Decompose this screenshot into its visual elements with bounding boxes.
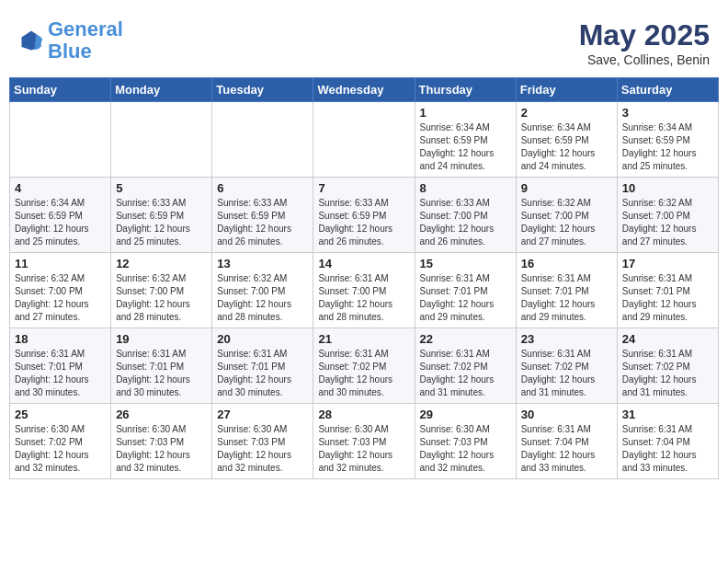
- day-number: 9: [521, 181, 612, 195]
- day-number: 18: [15, 332, 106, 346]
- day-number: 24: [622, 332, 713, 346]
- calendar-cell: 5Sunrise: 6:33 AM Sunset: 6:59 PM Daylig…: [111, 178, 212, 253]
- day-number: 26: [116, 408, 207, 421]
- logo: General Blue: [18, 18, 123, 63]
- calendar-cell: 14Sunrise: 6:31 AM Sunset: 7:00 PM Dayli…: [313, 253, 415, 328]
- location: Save, Collines, Benin: [579, 52, 710, 67]
- weekday-header-sunday: Sunday: [10, 78, 111, 102]
- day-info: Sunrise: 6:30 AM Sunset: 7:02 PM Dayligh…: [15, 423, 106, 475]
- calendar-cell: 4Sunrise: 6:34 AM Sunset: 6:59 PM Daylig…: [10, 178, 111, 253]
- day-number: 6: [217, 181, 308, 195]
- calendar-cell: 11Sunrise: 6:32 AM Sunset: 7:00 PM Dayli…: [10, 253, 111, 328]
- calendar-cell: [111, 102, 212, 178]
- calendar-cell: 15Sunrise: 6:31 AM Sunset: 7:01 PM Dayli…: [415, 253, 516, 328]
- day-number: 20: [217, 332, 308, 346]
- day-info: Sunrise: 6:33 AM Sunset: 6:59 PM Dayligh…: [318, 197, 409, 248]
- calendar-cell: 27Sunrise: 6:30 AM Sunset: 7:03 PM Dayli…: [212, 404, 313, 479]
- day-number: 29: [420, 408, 511, 421]
- day-info: Sunrise: 6:31 AM Sunset: 7:04 PM Dayligh…: [521, 423, 612, 475]
- day-number: 23: [521, 332, 612, 346]
- day-number: 7: [318, 181, 409, 195]
- calendar-cell: 23Sunrise: 6:31 AM Sunset: 7:02 PM Dayli…: [516, 328, 617, 404]
- calendar-week-row: 1Sunrise: 6:34 AM Sunset: 6:59 PM Daylig…: [10, 102, 719, 178]
- page-header: General Blue May 2025 Save, Collines, Be…: [9, 9, 719, 72]
- calendar-cell: 18Sunrise: 6:31 AM Sunset: 7:01 PM Dayli…: [10, 328, 111, 404]
- calendar-cell: 10Sunrise: 6:32 AM Sunset: 7:00 PM Dayli…: [617, 178, 718, 253]
- weekday-header-tuesday: Tuesday: [212, 78, 313, 102]
- day-number: 22: [420, 332, 511, 346]
- day-info: Sunrise: 6:31 AM Sunset: 7:02 PM Dayligh…: [420, 348, 511, 399]
- calendar-cell: 12Sunrise: 6:32 AM Sunset: 7:00 PM Dayli…: [111, 253, 212, 328]
- calendar-cell: 6Sunrise: 6:33 AM Sunset: 6:59 PM Daylig…: [212, 178, 313, 253]
- day-info: Sunrise: 6:31 AM Sunset: 7:01 PM Dayligh…: [521, 272, 612, 324]
- day-number: 11: [15, 257, 106, 270]
- day-info: Sunrise: 6:31 AM Sunset: 7:00 PM Dayligh…: [318, 272, 409, 324]
- day-info: Sunrise: 6:31 AM Sunset: 7:01 PM Dayligh…: [622, 272, 713, 324]
- day-info: Sunrise: 6:33 AM Sunset: 7:00 PM Dayligh…: [420, 197, 511, 248]
- calendar-cell: 21Sunrise: 6:31 AM Sunset: 7:02 PM Dayli…: [313, 328, 415, 404]
- day-info: Sunrise: 6:31 AM Sunset: 7:01 PM Dayligh…: [420, 272, 511, 324]
- calendar-cell: 25Sunrise: 6:30 AM Sunset: 7:02 PM Dayli…: [10, 404, 111, 479]
- day-number: 8: [420, 181, 511, 195]
- day-info: Sunrise: 6:31 AM Sunset: 7:01 PM Dayligh…: [217, 348, 308, 399]
- day-info: Sunrise: 6:34 AM Sunset: 6:59 PM Dayligh…: [15, 197, 106, 248]
- calendar-cell: 28Sunrise: 6:30 AM Sunset: 7:03 PM Dayli…: [313, 404, 415, 479]
- day-info: Sunrise: 6:30 AM Sunset: 7:03 PM Dayligh…: [116, 423, 207, 475]
- day-info: Sunrise: 6:33 AM Sunset: 6:59 PM Dayligh…: [116, 197, 207, 248]
- day-number: 30: [521, 408, 612, 421]
- weekday-header-friday: Friday: [516, 78, 617, 102]
- day-number: 3: [622, 106, 713, 120]
- calendar-week-row: 4Sunrise: 6:34 AM Sunset: 6:59 PM Daylig…: [10, 178, 719, 253]
- day-number: 1: [420, 106, 511, 120]
- title-block: May 2025 Save, Collines, Benin: [579, 18, 710, 67]
- calendar-cell: 20Sunrise: 6:31 AM Sunset: 7:01 PM Dayli…: [212, 328, 313, 404]
- logo-text: General Blue: [48, 18, 123, 63]
- day-number: 10: [622, 181, 713, 195]
- calendar-cell: 30Sunrise: 6:31 AM Sunset: 7:04 PM Dayli…: [516, 404, 617, 479]
- day-number: 12: [116, 257, 207, 270]
- day-number: 16: [521, 257, 612, 270]
- day-number: 19: [116, 332, 207, 346]
- day-number: 14: [318, 257, 409, 270]
- day-number: 27: [217, 408, 308, 421]
- day-info: Sunrise: 6:34 AM Sunset: 6:59 PM Dayligh…: [420, 121, 511, 173]
- day-number: 5: [116, 181, 207, 195]
- calendar-cell: 2Sunrise: 6:34 AM Sunset: 6:59 PM Daylig…: [516, 102, 617, 178]
- logo-icon: [18, 28, 44, 53]
- calendar-cell: 3Sunrise: 6:34 AM Sunset: 6:59 PM Daylig…: [617, 102, 718, 178]
- calendar-cell: 13Sunrise: 6:32 AM Sunset: 7:00 PM Dayli…: [212, 253, 313, 328]
- day-number: 15: [420, 257, 511, 270]
- day-info: Sunrise: 6:30 AM Sunset: 7:03 PM Dayligh…: [318, 423, 409, 475]
- calendar-week-row: 25Sunrise: 6:30 AM Sunset: 7:02 PM Dayli…: [10, 404, 719, 479]
- calendar-cell: [212, 102, 313, 178]
- day-number: 4: [15, 181, 106, 195]
- calendar-table: SundayMondayTuesdayWednesdayThursdayFrid…: [9, 77, 719, 479]
- day-number: 21: [318, 332, 409, 346]
- day-info: Sunrise: 6:32 AM Sunset: 7:00 PM Dayligh…: [217, 272, 308, 324]
- day-info: Sunrise: 6:30 AM Sunset: 7:03 PM Dayligh…: [217, 423, 308, 475]
- calendar-cell: 26Sunrise: 6:30 AM Sunset: 7:03 PM Dayli…: [111, 404, 212, 479]
- day-info: Sunrise: 6:31 AM Sunset: 7:01 PM Dayligh…: [15, 348, 106, 399]
- weekday-header-monday: Monday: [111, 78, 212, 102]
- calendar-cell: 1Sunrise: 6:34 AM Sunset: 6:59 PM Daylig…: [415, 102, 516, 178]
- day-info: Sunrise: 6:32 AM Sunset: 7:00 PM Dayligh…: [521, 197, 612, 248]
- day-number: 31: [622, 408, 713, 421]
- day-info: Sunrise: 6:31 AM Sunset: 7:04 PM Dayligh…: [622, 423, 713, 475]
- day-info: Sunrise: 6:33 AM Sunset: 6:59 PM Dayligh…: [217, 197, 308, 248]
- calendar-cell: 31Sunrise: 6:31 AM Sunset: 7:04 PM Dayli…: [617, 404, 718, 479]
- day-number: 25: [15, 408, 106, 421]
- day-info: Sunrise: 6:32 AM Sunset: 7:00 PM Dayligh…: [15, 272, 106, 324]
- day-info: Sunrise: 6:31 AM Sunset: 7:01 PM Dayligh…: [116, 348, 207, 399]
- weekday-header-saturday: Saturday: [617, 78, 718, 102]
- calendar-cell: 9Sunrise: 6:32 AM Sunset: 7:00 PM Daylig…: [516, 178, 617, 253]
- calendar-cell: 17Sunrise: 6:31 AM Sunset: 7:01 PM Dayli…: [617, 253, 718, 328]
- day-info: Sunrise: 6:34 AM Sunset: 6:59 PM Dayligh…: [521, 121, 612, 173]
- weekday-header-wednesday: Wednesday: [313, 78, 415, 102]
- day-number: 13: [217, 257, 308, 270]
- day-info: Sunrise: 6:31 AM Sunset: 7:02 PM Dayligh…: [318, 348, 409, 399]
- calendar-week-row: 11Sunrise: 6:32 AM Sunset: 7:00 PM Dayli…: [10, 253, 719, 328]
- day-info: Sunrise: 6:30 AM Sunset: 7:03 PM Dayligh…: [420, 423, 511, 475]
- day-info: Sunrise: 6:31 AM Sunset: 7:02 PM Dayligh…: [622, 348, 713, 399]
- calendar-cell: 16Sunrise: 6:31 AM Sunset: 7:01 PM Dayli…: [516, 253, 617, 328]
- calendar-cell: 24Sunrise: 6:31 AM Sunset: 7:02 PM Dayli…: [617, 328, 718, 404]
